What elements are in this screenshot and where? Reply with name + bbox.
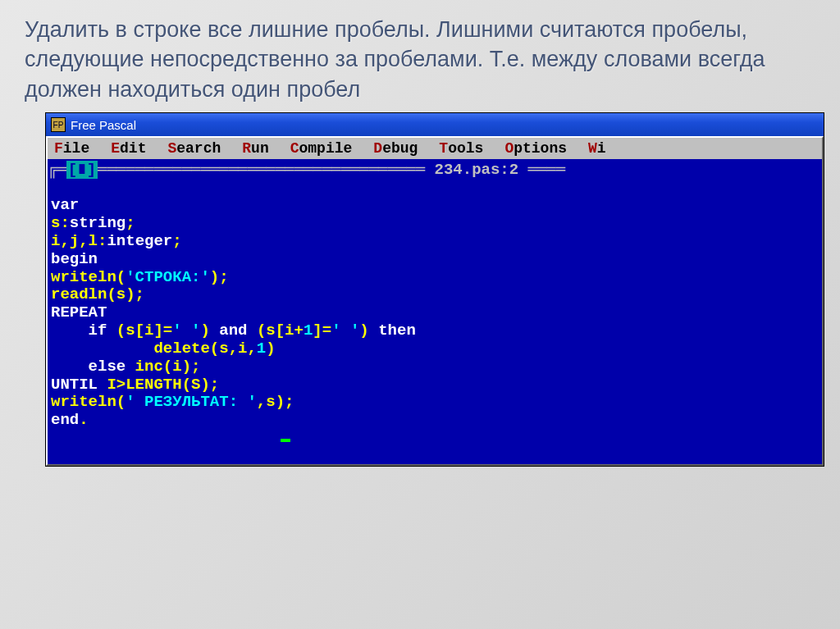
code-line: if [51, 321, 107, 340]
code-line: var [51, 196, 79, 214]
code-string: ' ' [331, 321, 359, 340]
code-line: s: [51, 214, 70, 232]
code-punct: ) [266, 340, 275, 358]
editor-frame-top: ╔═[∎]═══════════════════════════════════… [48, 159, 822, 179]
code-line: delete(s,i, [51, 340, 257, 358]
code-number: 1 [257, 340, 266, 358]
code-line: REPEAT [51, 303, 107, 321]
code-line: writeln( [51, 393, 126, 411]
code-line: writeln( [51, 268, 126, 286]
menu-window[interactable]: Wi [588, 140, 606, 157]
code-text: (s[i]= [107, 321, 172, 340]
code-text: inc(i); [126, 358, 200, 376]
editor-area[interactable]: ╔═[∎]═══════════════════════════════════… [46, 159, 824, 466]
code-text: ) [359, 321, 378, 340]
menu-run[interactable]: Run [242, 140, 268, 157]
code-line: begin [51, 250, 98, 268]
menu-tools[interactable]: Tools [439, 140, 483, 157]
code-text: ]= [313, 321, 331, 340]
slide-title: Удалить в строке все лишние пробелы. Лиш… [0, 0, 840, 112]
code-keyword: integer [107, 232, 172, 250]
code-punct: ; [172, 232, 181, 250]
cursor [281, 439, 290, 442]
code-line: i,j,l: [51, 232, 107, 250]
menu-edit[interactable]: Edit [111, 140, 146, 157]
menu-search[interactable]: Search [167, 140, 221, 157]
code-string: ' РЕЗУЛЬТАТ: ' [126, 393, 257, 411]
code-keyword: then [378, 321, 416, 340]
ide-window: FP Free Pascal File Edit Search Run Comp… [45, 112, 824, 467]
code-punct: ); [210, 268, 229, 286]
code-line: end [51, 411, 79, 429]
code-number: 1 [304, 321, 313, 340]
menubar: File Edit Search Run Compile Debug Tools… [46, 136, 824, 159]
code-text: (s[i+ [248, 321, 304, 340]
code-line: readln(s); [51, 285, 144, 303]
code-string: 'СТРОКА:' [126, 268, 210, 286]
menu-debug[interactable]: Debug [373, 140, 418, 157]
code-line: UNTIL [51, 376, 98, 394]
menu-options[interactable]: Options [504, 140, 567, 157]
code-line: else [51, 358, 126, 376]
code-text: ) [200, 321, 219, 340]
titlebar[interactable]: FP Free Pascal [46, 113, 824, 136]
code-punct: ; [126, 214, 135, 232]
app-icon: FP [51, 117, 66, 132]
menu-file[interactable]: File [54, 140, 89, 157]
menu-compile[interactable]: Compile [290, 140, 353, 157]
code-string: ' ' [172, 321, 200, 340]
code-text: ,s); [257, 393, 294, 411]
code-editor[interactable]: var s:string; i,j,l:integer; begin write… [48, 179, 822, 464]
code-keyword: string [70, 214, 126, 232]
code-punct: . [79, 411, 88, 429]
code-keyword: and [219, 321, 247, 340]
window-title: Free Pascal [71, 118, 136, 132]
code-text: I>LENGTH(S); [98, 376, 219, 394]
